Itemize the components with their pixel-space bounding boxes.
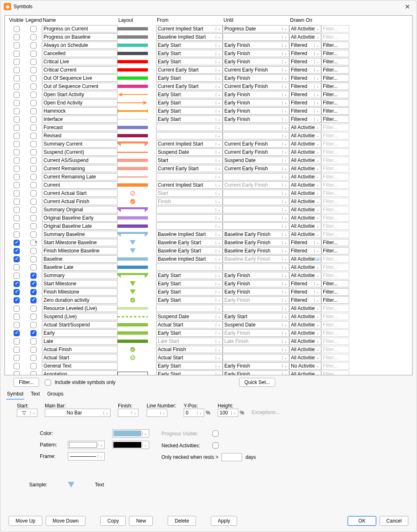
name-input[interactable]: Summary Baseline: [42, 231, 117, 238]
visible-cell[interactable]: [8, 132, 25, 140]
drawnon-cell[interactable]: Filtered⌄: [289, 99, 321, 107]
legend-checkbox[interactable]: [30, 363, 37, 369]
from-cell[interactable]: ⌄: [156, 206, 223, 214]
from-cell[interactable]: Early Start⌄: [156, 370, 223, 375]
from-select[interactable]: Current Early Start⌄: [156, 83, 223, 90]
row-filter-button[interactable]: Filter...: [321, 305, 349, 312]
filter-cell[interactable]: Filter...: [321, 370, 349, 375]
until-select[interactable]: Early Finish⌄: [223, 42, 289, 49]
row-filter-button[interactable]: Filter...: [321, 370, 349, 375]
until-select[interactable]: Early Finish⌄: [223, 91, 289, 98]
drawnon-select[interactable]: Filtered⌄: [289, 99, 321, 106]
visible-cell[interactable]: [8, 206, 25, 214]
row-filter-button[interactable]: Filter...: [321, 66, 349, 74]
legend-cell[interactable]: [25, 74, 42, 82]
visible-cell[interactable]: [8, 74, 25, 82]
until-select[interactable]: ⌄: [223, 206, 289, 213]
filter-cell[interactable]: Filter...: [321, 329, 349, 337]
until-cell[interactable]: Baseline Early Finish⌄: [223, 238, 289, 247]
legend-checkbox[interactable]: [30, 157, 37, 164]
from-select[interactable]: Early Start⌄: [156, 296, 223, 304]
row-filter-button[interactable]: Filter...: [321, 206, 349, 213]
from-cell[interactable]: Early Start⌄: [156, 288, 223, 296]
from-cell[interactable]: Early Start⌄: [156, 280, 223, 288]
visible-checkbox[interactable]: [14, 157, 20, 164]
drawnon-cell[interactable]: Filtered⌄: [289, 90, 321, 99]
filter-cell[interactable]: Filter...: [321, 25, 349, 33]
pattern2-select[interactable]: ⌄: [112, 441, 149, 449]
tab-text[interactable]: Text: [30, 390, 41, 400]
until-cell[interactable]: Suspend Date⌄: [223, 156, 289, 164]
legend-cell[interactable]: [25, 304, 42, 312]
filter-cell[interactable]: Filter...: [321, 82, 349, 90]
name-input[interactable]: Annotation: [42, 370, 117, 375]
row-filter-button[interactable]: Filter...: [321, 362, 349, 370]
name-input[interactable]: Summary Original: [42, 206, 117, 213]
drawnon-cell[interactable]: All Activities⌄: [289, 148, 321, 156]
legend-checkbox[interactable]: [30, 26, 37, 32]
visible-checkbox[interactable]: [14, 363, 20, 369]
from-select[interactable]: Early Start⌄: [156, 50, 223, 57]
legend-checkbox[interactable]: [30, 273, 37, 279]
drawnon-cell[interactable]: Filtered⌄: [289, 115, 321, 123]
drawnon-select[interactable]: All Activities⌄: [289, 165, 321, 172]
legend-cell[interactable]: [25, 148, 42, 156]
name-cell[interactable]: Always on Schedule: [42, 41, 117, 49]
drawnon-select[interactable]: Filtered⌄: [289, 91, 321, 98]
until-cell[interactable]: ⌄: [223, 206, 289, 214]
name-cell[interactable]: General Text: [42, 362, 117, 370]
include-visible-checkbox[interactable]: [45, 379, 51, 386]
legend-cell[interactable]: [25, 370, 42, 375]
name-cell[interactable]: Current Actual Finish: [42, 197, 117, 206]
from-select[interactable]: Current Implied Start⌄: [156, 140, 223, 148]
legend-checkbox[interactable]: [30, 330, 37, 336]
until-select[interactable]: Current Early Finish⌄: [223, 140, 289, 148]
drawnon-select[interactable]: All Activities⌄: [289, 25, 321, 32]
visible-cell[interactable]: [8, 123, 25, 132]
visible-checkbox[interactable]: [14, 256, 20, 262]
legend-checkbox[interactable]: [30, 51, 37, 57]
visible-checkbox[interactable]: [14, 264, 20, 271]
visible-checkbox[interactable]: [14, 347, 20, 353]
row-filter-button[interactable]: Filter...: [321, 116, 349, 123]
name-cell[interactable]: Annotation: [42, 370, 117, 375]
drawnon-select[interactable]: All Activities⌄: [289, 181, 321, 189]
name-input[interactable]: Actual Start/Suspend: [42, 321, 117, 328]
visible-checkbox[interactable]: [14, 59, 20, 65]
filter-cell[interactable]: Filter...: [321, 123, 349, 132]
until-select[interactable]: Early Finish⌄: [223, 329, 289, 337]
legend-checkbox[interactable]: [30, 149, 37, 155]
from-cell[interactable]: Early Start⌄: [156, 49, 223, 58]
col-visible[interactable]: Visible: [8, 16, 25, 25]
legend-checkbox[interactable]: [30, 264, 37, 271]
name-input[interactable]: Current Actual Finish: [42, 198, 117, 205]
name-input[interactable]: Open End Activity: [42, 99, 117, 106]
filter-cell[interactable]: Filter...: [321, 345, 349, 354]
name-input[interactable]: Progress on Baseline: [42, 33, 117, 41]
name-input[interactable]: Out Of Sequence Live: [42, 74, 117, 82]
legend-checkbox[interactable]: [30, 314, 37, 320]
filter-cell[interactable]: Filter...: [321, 271, 349, 280]
until-cell[interactable]: Current Early Finish⌄: [223, 82, 289, 90]
row-filter-button[interactable]: Filter...: [321, 132, 349, 139]
name-input[interactable]: Interface: [42, 116, 117, 123]
visible-cell[interactable]: [8, 173, 25, 181]
name-input[interactable]: Finish Milestone: [42, 288, 117, 296]
from-select[interactable]: Baseline Early Start⌄: [156, 239, 223, 246]
from-select[interactable]: Baseline Implied Start⌄: [156, 33, 223, 41]
row-filter-button[interactable]: Filter...: [321, 338, 349, 345]
name-cell[interactable]: Actual Start/Suspend: [42, 321, 117, 329]
drawnon-cell[interactable]: Filtered⌄: [289, 238, 321, 247]
legend-checkbox[interactable]: [30, 297, 37, 303]
name-input[interactable]: Critical Live: [42, 58, 117, 65]
until-select[interactable]: Early Start⌄: [223, 313, 289, 320]
drawnon-cell[interactable]: No Activities⌄: [289, 362, 321, 370]
name-cell[interactable]: Original Baseline Late: [42, 222, 117, 230]
until-cell[interactable]: Early Finish⌄: [223, 99, 289, 107]
until-cell[interactable]: Early Finish⌄: [223, 41, 289, 49]
from-cell[interactable]: ⌄: [156, 123, 223, 132]
visible-cell[interactable]: [8, 263, 25, 271]
visible-cell[interactable]: [8, 288, 25, 296]
visible-cell[interactable]: [8, 255, 25, 263]
row-filter-button[interactable]: Filter...: [321, 214, 349, 222]
